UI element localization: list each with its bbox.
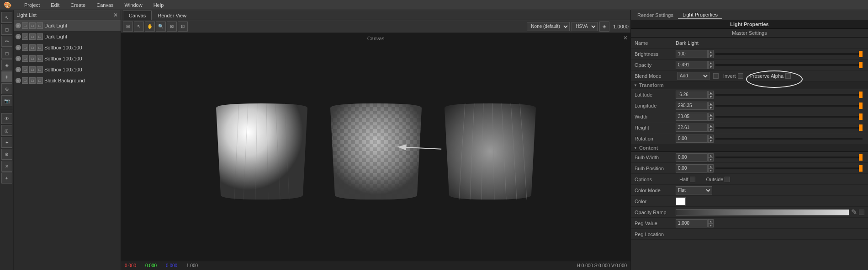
color-swatch[interactable] [676,197,686,205]
transform-section-header[interactable]: ▼ Transform [631,81,868,89]
item-color-icon[interactable]: □ [37,33,43,40]
longitude-marker[interactable] [859,103,863,109]
color-mode-dropdown[interactable]: HSVA [572,22,598,31]
tool-light[interactable]: ☀ [1,71,12,82]
bulbposition-input[interactable] [676,164,708,173]
content-section-header[interactable]: ▼ Content [631,144,868,152]
toolbar-frame-icon[interactable]: ⊡ [178,22,188,32]
bulbposition-down[interactable]: ▼ [708,168,714,173]
toolbar-arrow-icon[interactable]: ↖ [134,22,144,32]
item-color-icon[interactable]: □ [37,77,43,84]
tab-canvas[interactable]: Canvas [123,11,152,20]
tool-fill[interactable]: ◈ [1,59,12,70]
height-spinner[interactable]: ▲ ▼ [708,124,714,132]
height-up[interactable]: ▲ [708,124,714,128]
bulbposition-spinner[interactable]: ▲ ▼ [708,164,714,173]
item-visibility-icon[interactable]: ○ [16,56,21,61]
light-list-item[interactable]: ○ □ □ □ Softbox 100x100 [14,53,121,64]
toolbar-zoom-icon[interactable]: 🔍 [156,22,166,32]
opacity-input[interactable] [676,61,708,69]
color-picker-icon[interactable]: ◈ [599,22,609,32]
item-color-icon[interactable]: □ [37,44,43,51]
pegvalue-spinner[interactable]: ▲ ▼ [708,219,714,227]
menu-edit[interactable]: Edit [49,1,61,9]
brightness-marker[interactable] [859,51,863,57]
rotation-up[interactable]: ▲ [708,135,714,139]
pegvalue-input[interactable] [676,219,708,227]
longitude-up[interactable]: ▲ [708,102,714,106]
item-visibility-icon[interactable]: ○ [16,78,21,83]
latitude-input[interactable] [676,91,708,99]
blend-dropdown-icon[interactable] [713,73,719,79]
tool-eraser[interactable]: ◻ [1,48,12,59]
bulbposition-track[interactable] [715,167,863,169]
brightness-up[interactable]: ▲ [708,50,714,54]
tool-brush[interactable]: ✏ [1,36,12,47]
latitude-spinner[interactable]: ▲ ▼ [708,91,714,99]
latitude-marker[interactable] [859,92,863,98]
invert-checkbox[interactable] [738,73,743,79]
brightness-track[interactable] [715,53,863,55]
rotation-input[interactable] [676,135,708,143]
item-type-icon[interactable]: □ [29,55,36,62]
bulbwidth-up[interactable]: ▲ [708,153,714,157]
width-up[interactable]: ▲ [708,113,714,117]
tool-transform[interactable]: ⊕ [1,83,12,94]
opacity-down[interactable]: ▼ [708,65,714,69]
light-list-item[interactable]: ○ □ □ □ Softbox 100x100 [14,64,121,75]
blendmode-select[interactable]: Add [677,72,709,80]
bulbwidth-track[interactable] [715,157,863,158]
opacity-ramp-edit-icon[interactable]: ✎ [851,208,857,216]
opacity-ramp[interactable] [676,209,849,216]
brightness-down[interactable]: ▼ [708,54,714,58]
item-type-icon[interactable]: □ [29,22,36,29]
item-visibility-icon[interactable]: ○ [16,34,21,39]
width-down[interactable]: ▼ [708,117,714,121]
latitude-down[interactable]: ▼ [708,95,714,99]
bulbwidth-input[interactable] [676,153,708,162]
bulbwidth-down[interactable]: ▼ [708,157,714,162]
toolbar-fit-icon[interactable]: ⊠ [167,22,177,32]
tool-view[interactable]: 👁 [1,113,12,124]
tool-close[interactable]: ✕ [1,161,12,172]
tool-arrow[interactable]: ↖ [1,12,12,23]
brightness-spinner[interactable]: ▲ ▼ [708,50,714,58]
pegvalue-down[interactable]: ▼ [708,223,714,227]
item-lock-icon[interactable]: □ [22,33,28,40]
opacity-track[interactable] [715,64,863,66]
light-list-item[interactable]: ○ □ □ □ Dark Light [14,20,121,31]
rotation-track[interactable] [715,138,863,140]
tab-render-view[interactable]: Render View [152,11,192,20]
light-list-close[interactable]: ✕ [113,12,118,18]
rotation-down[interactable]: ▼ [708,139,714,143]
width-track[interactable] [715,116,863,118]
opacity-up[interactable]: ▲ [708,61,714,65]
light-list-item[interactable]: ○ □ □ □ Black Background [14,75,121,86]
menu-project[interactable]: Project [22,1,42,9]
item-color-icon[interactable]: □ [37,55,43,62]
latitude-track[interactable] [715,94,863,96]
canvas-viewport-close[interactable]: ✕ [623,35,628,41]
half-checkbox[interactable] [690,177,695,182]
tab-light-properties[interactable]: Light Properties [678,11,722,19]
tool-fx[interactable]: ✦ [1,137,12,148]
longitude-track[interactable] [715,105,863,107]
longitude-input[interactable] [676,102,708,110]
menu-create[interactable]: Create [69,1,87,9]
longitude-down[interactable]: ▼ [708,106,714,110]
preserve-alpha-checkbox[interactable] [785,73,791,79]
tool-settings[interactable]: ⚙ [1,149,12,160]
tool-render[interactable]: ◎ [1,125,12,136]
item-type-icon[interactable]: □ [29,44,36,51]
pegvalue-up[interactable]: ▲ [708,219,714,223]
bulbposition-marker[interactable] [859,165,863,172]
height-track[interactable] [715,127,863,129]
height-down[interactable]: ▼ [708,128,714,132]
item-type-icon[interactable]: □ [29,33,36,40]
item-visibility-icon[interactable]: ○ [16,67,21,72]
tab-render-settings[interactable]: Render Settings [633,11,678,19]
item-visibility-icon[interactable]: ○ [16,45,21,50]
item-type-icon[interactable]: □ [29,77,36,84]
bulbwidth-spinner[interactable]: ▲ ▼ [708,153,714,162]
tool-add[interactable]: + [1,173,12,184]
